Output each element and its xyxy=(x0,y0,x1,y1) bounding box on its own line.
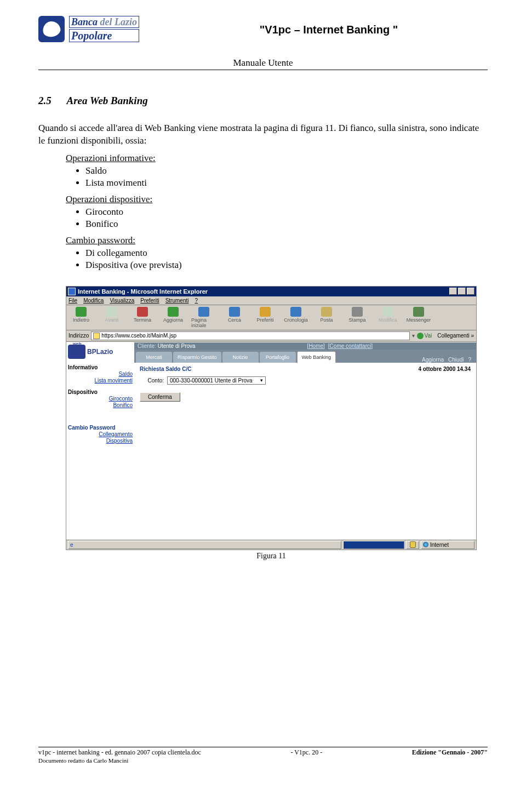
globe-icon xyxy=(423,542,428,547)
lock-icon xyxy=(410,541,416,548)
ie-toolbar: IndietroAvantiTerminaAggiornaPagina iniz… xyxy=(66,305,476,330)
messenger-icon xyxy=(413,307,424,317)
ie-window: Internet Banking - Microsoft Internet Ex… xyxy=(66,286,477,550)
doc-title: "V1pc – Internet Banking " xyxy=(170,14,488,36)
toolbar-indietro[interactable]: Indietro xyxy=(68,307,94,328)
toolbar-cronologia[interactable]: Cronologia xyxy=(283,307,308,328)
contact-link[interactable]: [Come contattarci] xyxy=(328,343,373,349)
list-item: Giroconto xyxy=(85,207,488,218)
client-strip: Cliente: Utente di Prova [Home] [Come co… xyxy=(134,342,476,350)
group1-label: Operazioni informative: xyxy=(66,153,488,164)
conto-select[interactable]: 000-330-0000001 Utente di Prova xyxy=(167,376,266,385)
toolbar-cerca[interactable]: Cerca xyxy=(222,307,247,328)
section-number: 2.5 xyxy=(38,95,52,106)
close-button[interactable] xyxy=(467,288,474,295)
toolbar-termina[interactable]: Termina xyxy=(130,307,155,328)
tab-notizie[interactable]: Notizie xyxy=(222,352,259,363)
side-link-dispo[interactable]: Dispositiva xyxy=(68,438,133,444)
links-button[interactable]: Collegamenti » xyxy=(437,333,474,339)
tab-mercati[interactable]: Mercati xyxy=(136,352,172,363)
conto-label: Conto: xyxy=(140,378,164,384)
termina-icon xyxy=(137,307,148,317)
indietro-icon xyxy=(76,307,87,317)
ie-icon xyxy=(68,288,76,295)
toolbar-avanti: Avanti xyxy=(99,307,124,328)
doc-header: Banca del Lazio Popolare "V1pc – Interne… xyxy=(38,14,488,44)
menu-edit[interactable]: Modifica xyxy=(83,298,104,304)
toolbar-messenger[interactable]: Messenger xyxy=(406,307,431,328)
aggiorna-icon xyxy=(168,307,179,317)
side-hdr-cambio: Cambio Password xyxy=(68,425,133,431)
go-button[interactable]: Vai xyxy=(417,333,432,339)
lock-icon xyxy=(93,333,100,339)
menu-view[interactable]: Visualizza xyxy=(110,298,134,304)
action-help[interactable]: ? xyxy=(468,357,471,363)
stampa-icon xyxy=(352,307,363,317)
toolbar-pagina-iniziale[interactable]: Pagina iniziale xyxy=(191,307,216,328)
main-panel: Cliente: Utente di Prova [Home] [Come co… xyxy=(134,342,476,540)
paragraph-1: Quando si accede all'area di Web Banking… xyxy=(38,122,488,147)
list-item: Dispositiva (ove prevista) xyxy=(85,260,488,271)
side-link-giroconto[interactable]: Giroconto xyxy=(68,396,133,402)
cerca-icon xyxy=(229,307,240,317)
action-chiudi[interactable]: Chiudi xyxy=(448,357,464,363)
side-hdr-dispositivo: Dispositivo xyxy=(68,389,133,395)
ie-addressbar: Indirizzo https://www.csebo.it/MainM.jsp… xyxy=(66,330,476,342)
ie-statusbar: e Internet xyxy=(66,540,476,550)
home-link[interactable]: [Home] xyxy=(307,343,325,349)
menu-help[interactable]: ? xyxy=(195,298,198,304)
bank-logo-icon xyxy=(38,16,65,42)
footer-center: - V1pc. 20 - xyxy=(290,748,322,757)
conferma-button[interactable]: Conferma xyxy=(140,392,180,402)
menu-file[interactable]: File xyxy=(68,298,77,304)
done-icon: e xyxy=(70,542,73,548)
bank-logo: Banca del Lazio Popolare xyxy=(38,14,164,44)
modifica-icon xyxy=(382,307,393,317)
tab-risparmio[interactable]: Risparmio Gestito xyxy=(173,352,221,363)
address-label: Indirizzo xyxy=(68,333,89,339)
group1-list: Saldo Lista movimenti xyxy=(71,165,488,188)
go-icon xyxy=(417,333,424,339)
side-hdr-informativo: Informativo xyxy=(68,364,133,370)
toolbar-preferiti[interactable]: Preferiti xyxy=(253,307,278,328)
logo-text-1a: Banca xyxy=(71,16,98,27)
address-field[interactable]: https://www.csebo.it/MainM.jsp xyxy=(91,331,409,340)
client-value: Utente di Prova xyxy=(158,343,196,349)
main-form: Richiesta Saldo C/C 4 ottobre 2000 14.34… xyxy=(134,363,476,405)
action-aggiorna[interactable]: Aggiorna xyxy=(422,357,444,363)
ie-titlebar: Internet Banking - Microsoft Internet Ex… xyxy=(66,287,476,296)
figure-caption: Figura 11 xyxy=(66,552,477,561)
brand-logo: BPLazio xyxy=(68,345,133,359)
section-heading: 2.5 Area Web Banking xyxy=(38,95,488,107)
maximize-button[interactable] xyxy=(458,288,466,295)
side-link-colleg[interactable]: Collegamento xyxy=(68,431,133,437)
footer-left: v1pc - internet banking - ed. gennaio 20… xyxy=(38,748,201,757)
logo-text-1b: del Lazio xyxy=(100,16,138,27)
tab-webbanking[interactable]: Web Banking xyxy=(297,351,336,363)
ie-menubar: File Modifica Visualizza Preferiti Strum… xyxy=(66,296,476,305)
list-item: Lista movimenti xyxy=(85,178,488,188)
sidebar: BPLazio Informativo Saldo Lista moviment… xyxy=(66,342,134,540)
tab-portafoglio[interactable]: Portafoglio xyxy=(260,352,296,363)
toolbar-posta[interactable]: Posta xyxy=(314,307,339,328)
group3-list: Di collegamento Dispositiva (ove previst… xyxy=(71,248,488,271)
section-title: Area Web Banking xyxy=(67,95,148,106)
progress-cell xyxy=(343,541,404,549)
page-footer: v1pc - internet banking - ed. gennaio 20… xyxy=(38,747,488,764)
footer-right: Edizione "Gennaio - 2007" xyxy=(412,748,488,757)
side-link-bonifico[interactable]: Bonifico xyxy=(68,402,133,408)
minimize-button[interactable] xyxy=(449,288,457,295)
avanti-icon xyxy=(106,307,117,317)
side-link-saldo[interactable]: Saldo xyxy=(68,371,133,377)
figure-11: Internet Banking - Microsoft Internet Ex… xyxy=(66,286,477,561)
toolbar-aggiorna[interactable]: Aggiorna xyxy=(161,307,186,328)
preferiti-icon xyxy=(260,307,271,317)
menu-tools[interactable]: Strumenti xyxy=(165,298,189,304)
zone-label: Internet xyxy=(430,542,449,548)
toolbar-stampa[interactable]: Stampa xyxy=(345,307,370,328)
group2-list: Giroconto Bonifico xyxy=(71,207,488,230)
side-link-lista[interactable]: Lista movimenti xyxy=(68,378,133,384)
ie-content: BPLazio Informativo Saldo Lista moviment… xyxy=(66,342,476,540)
group2-label: Operazioni dispositive: xyxy=(66,194,488,205)
menu-fav[interactable]: Preferiti xyxy=(140,298,159,304)
